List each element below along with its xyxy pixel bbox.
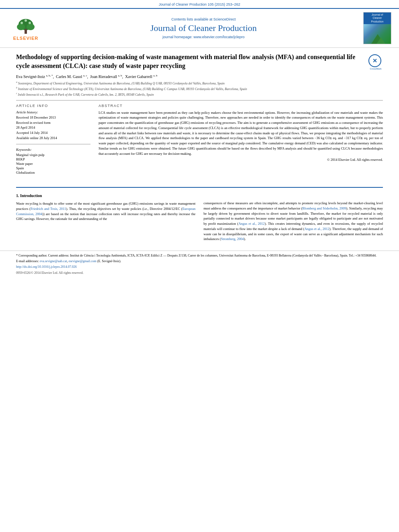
accepted-date: Accepted 14 July 2014: [16, 131, 90, 136]
homepage-url[interactable]: www.elsevier.com/locate/jclepro: [193, 35, 245, 39]
elsevier-logo: ELSEVIER: [13, 16, 38, 41]
cp-logo-image: [364, 24, 391, 44]
cleaner-production-logo: Journal ofCleanerProduction: [363, 12, 391, 44]
ref-angus1[interactable]: Angus et al., 2012: [239, 222, 265, 226]
bottom-divider: [16, 187, 383, 188]
available-date: Available online 28 July 2014: [16, 136, 90, 141]
affil-b: b Institute of Environmental Science and…: [16, 86, 383, 91]
svg-point-7: [25, 19, 27, 22]
email-2[interactable]: esevigne@gmail.com: [68, 259, 96, 263]
svg-point-2: [17, 24, 25, 30]
info-abstract-section: ARTICLE INFO Article history: Received 1…: [16, 104, 383, 175]
footnote-email: E-mail addresses: eva.sevigne@uab.cat, e…: [16, 259, 383, 263]
article-info-header: ARTICLE INFO: [16, 104, 90, 108]
revised-label: Received in revised form: [16, 121, 90, 125]
authors-line: Eva Sevigné-Itoiz a, b, *, Carles M. Gas…: [16, 74, 383, 79]
section-number-title: 1. Introduction: [16, 193, 195, 199]
svg-rect-4: [25, 29, 27, 34]
main-content: Methodology of supporting decision-makin…: [0, 48, 399, 183]
journal-homepage: journal homepage: www.elsevier.com/locat…: [50, 35, 357, 39]
footnote-doi: http://dx.doi.org/10.1016/j.jclepro.2014…: [16, 265, 383, 269]
section-divider: [16, 100, 383, 101]
abstract-text: LCA studies on waste management have bee…: [99, 110, 383, 156]
received-date: Received 18 December 2013: [16, 115, 90, 120]
ref-friedrich[interactable]: Friedrich and Trois, 2011: [31, 207, 66, 211]
elsevier-branding: ELSEVIER: [6, 16, 46, 41]
author-2: Carles M. Gasol a, c,: [56, 74, 89, 79]
affil-c: c Inèdit Innovació s.l., Research Park o…: [16, 92, 383, 97]
abstract-col: ABSTRACT LCA studies on waste management…: [99, 104, 383, 175]
contents-available-text: Contents lists available at ScienceDirec…: [50, 17, 357, 21]
intro-col-left: 1. Introduction Waste recycling is thoug…: [16, 193, 195, 244]
elsevier-wordmark: ELSEVIER: [13, 36, 38, 41]
svg-point-3: [27, 24, 35, 30]
crossmark-icon: ✕: [372, 58, 377, 64]
journal-citation-text: Journal of Cleaner Production 105 (2015)…: [159, 2, 241, 6]
article-title: Methodology of supporting decision-makin…: [16, 53, 364, 71]
article-history-title: Article history:: [16, 110, 90, 114]
intro-col-right: consequences of these measures are often…: [204, 193, 383, 244]
email-author: (E. Sevigné-Itoiz).: [97, 259, 121, 263]
ref-angus2[interactable]: Angus et al., 2012: [304, 227, 329, 231]
footnote-corresponding: * Corresponding author. Current address:…: [16, 253, 383, 258]
email-label: E-mail addresses:: [16, 259, 40, 263]
article-info-col: ARTICLE INFO Article history: Received 1…: [16, 104, 90, 175]
info-divider: [16, 144, 90, 144]
svg-point-6: [29, 22, 31, 24]
journal-logo-right: Journal ofCleanerProduction: [361, 12, 393, 44]
affiliations: a Sostenipra, Department of Chemical Eng…: [16, 81, 383, 97]
bottom-section: 1. Introduction Waste recycling is thoug…: [0, 183, 399, 248]
crossmark-circle: ✕: [368, 54, 381, 67]
crossmark-label: CrossMark: [368, 68, 383, 70]
keyword-5: Globalization: [16, 170, 90, 175]
footnotes-section: * Corresponding author. Current address:…: [0, 251, 399, 279]
journal-citation: Journal of Cleaner Production 105 (2015)…: [0, 0, 399, 8]
author-4: Xavier Gabarrell a, b: [125, 74, 157, 79]
sciencedirect-link[interactable]: ScienceDirect: [214, 17, 236, 21]
abstract-header: ABSTRACT: [99, 104, 383, 108]
svg-point-5: [21, 22, 23, 24]
intro-text-left: Waste recycling is thought to offer some…: [16, 201, 195, 222]
keyword-1: Marginal virgin pulp: [16, 153, 90, 157]
elsevier-tree-icon: [14, 16, 38, 36]
intro-text-right: consequences of these measures are often…: [204, 201, 383, 242]
mountain2-icon: [375, 37, 387, 44]
author-1: Eva Sevigné-Itoiz a, b, *,: [16, 74, 55, 79]
cp-logo-label: Journal ofCleanerProduction: [364, 12, 391, 24]
page: Journal of Cleaner Production 105 (2015)…: [0, 0, 399, 532]
article-title-section: Methodology of supporting decision-makin…: [16, 53, 383, 71]
issn-text: 0959-6526/© 2014 Elsevier Ltd. All right…: [16, 271, 83, 275]
ref-blomberg[interactable]: Blomberg and Söderholm, 2009: [302, 206, 346, 210]
email-1[interactable]: eva.sevigne@uab.cat: [40, 259, 67, 263]
journal-header: ELSEVIER Contents lists available at Sci…: [0, 8, 399, 48]
ref-stromberg[interactable]: Stromberg, 2004: [221, 237, 244, 241]
author-3: Joan Rieradevall a, b,: [90, 74, 124, 79]
affil-a: a Sostenipra, Department of Chemical Eng…: [16, 81, 383, 86]
crossmark-badge: ✕ CrossMark: [368, 54, 383, 70]
keyword-4: Spain: [16, 166, 90, 170]
revised-date: 28 April 2014: [16, 125, 90, 130]
footnote-issn: 0959-6526/© 2014 Elsevier Ltd. All right…: [16, 271, 383, 275]
copyright-text: © 2014 Elsevier Ltd. All rights reserved…: [99, 158, 383, 162]
keywords-title: Keywords:: [16, 148, 90, 152]
keyword-3: Waste paper: [16, 162, 90, 166]
header-center: Contents lists available at ScienceDirec…: [50, 17, 357, 39]
journal-title: Journal of Cleaner Production: [50, 23, 357, 33]
doi-link[interactable]: http://dx.doi.org/10.1016/j.jclepro.2014…: [16, 265, 77, 269]
introduction-section: 1. Introduction Waste recycling is thoug…: [16, 193, 383, 244]
keyword-2: BEKP: [16, 157, 90, 161]
